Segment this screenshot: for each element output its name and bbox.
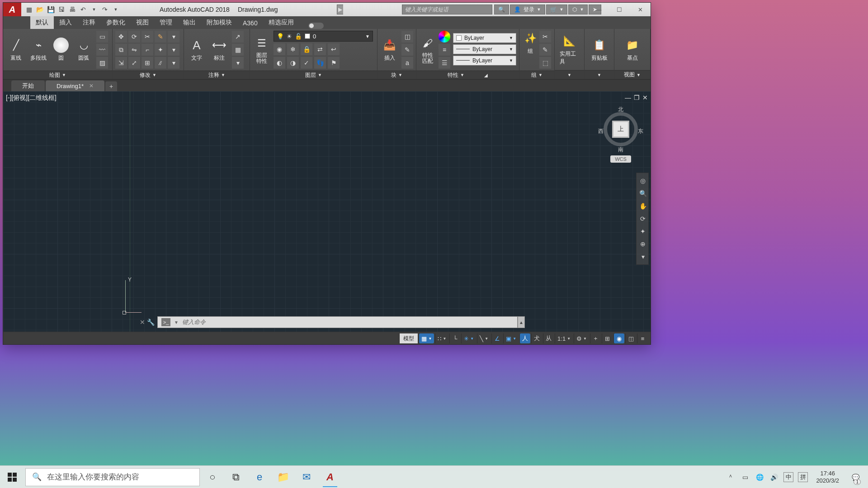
vc-east[interactable]: 东 (638, 127, 643, 135)
block-edit-button[interactable]: ✎ (401, 44, 413, 56)
print-icon[interactable]: 🖶 (67, 5, 77, 14)
text-button[interactable]: A文字 (187, 38, 207, 62)
panel-util-title[interactable]: ▼ (555, 70, 584, 79)
start-button[interactable] (0, 466, 24, 488)
annot-more[interactable]: ▾ (232, 57, 244, 69)
help-button[interactable]: ⬡ ▼ (568, 5, 588, 14)
sb-otrack-icon[interactable]: ▣▼ (503, 333, 519, 343)
dimension-button[interactable]: ⟷标注 (209, 38, 229, 62)
array-button[interactable]: ⊞ (142, 57, 153, 69)
new-icon[interactable]: ▦ (24, 5, 34, 14)
sb-quickprops-icon[interactable]: ⊞ (602, 333, 613, 343)
circle-button[interactable]: 圆 (51, 38, 71, 62)
vc-west[interactable]: 西 (598, 127, 604, 135)
scale-button[interactable]: ⤢ (128, 57, 140, 69)
tab-insert[interactable]: 插入 (54, 16, 77, 29)
taskbar-clock[interactable]: 17:46 2020/3/2 (812, 470, 843, 484)
taskbar-search[interactable]: 🔍 在这里输入你要搜索的内容 (25, 468, 200, 486)
wcs-badge[interactable]: WCS (610, 155, 631, 163)
more2-button[interactable]: ▾ (168, 44, 179, 56)
minimize-button[interactable]: — (588, 3, 609, 16)
group-button[interactable]: ✨组 (523, 31, 538, 69)
sb-iso-icon[interactable]: ╲▼ (477, 333, 491, 343)
group-select-button[interactable]: ⬚ (539, 57, 551, 69)
drawing-area[interactable]: [-][俯视][二维线框] — ❐ ✕ 北 西 东 上 南 WCS ◎ 🔍 ✋ … (3, 91, 651, 332)
sb-lwt-icon[interactable]: 人 (519, 333, 530, 343)
more3-button[interactable]: ▾ (168, 57, 179, 69)
vp-min-icon[interactable]: — (625, 94, 631, 101)
sign-in-button[interactable]: 👤 登录 ▼ (510, 5, 545, 14)
spline-button[interactable]: 〰 (96, 44, 108, 56)
sb-ortho-icon[interactable]: └ (449, 333, 460, 343)
vp-max-icon[interactable]: ❐ (634, 94, 640, 101)
redo-icon[interactable]: ↷ (100, 5, 110, 14)
undo-icon[interactable]: ↶ (78, 5, 88, 14)
sb-scale[interactable]: 1:1▼ (555, 333, 573, 343)
stretch-button[interactable]: ⇲ (115, 57, 127, 69)
layer-dropdown[interactable]: 💡 ☀ 🔓 0 ▼ (274, 31, 373, 42)
block-insert-button[interactable]: 📥插入 (380, 38, 399, 62)
save-icon[interactable]: 💾 (46, 5, 56, 14)
linetype-dropdown[interactable]: ByLayer▼ (453, 56, 516, 66)
tab-default[interactable]: 默认 (30, 16, 54, 29)
tab-view[interactable]: 视图 (131, 16, 154, 29)
mirror-button[interactable]: ⇋ (128, 44, 140, 56)
arc-button[interactable]: ◡圆弧 (74, 38, 94, 62)
layer-off-button[interactable]: ◉ (274, 43, 285, 55)
block-create-button[interactable]: ◫ (401, 31, 413, 42)
rect-button[interactable]: ▭ (96, 31, 108, 42)
viewport-label[interactable]: [-][俯视][二维线框] (6, 94, 57, 102)
nav-zoom-icon[interactable]: 🔍 (638, 188, 648, 198)
volume-icon[interactable]: 🔊 (769, 474, 779, 481)
polyline-button[interactable]: ⌁多段线 (28, 38, 48, 62)
group-edit-button[interactable]: ✎ (539, 44, 551, 56)
sb-gear-icon[interactable]: ⚙▼ (574, 333, 589, 343)
doctab-add[interactable]: + (105, 81, 117, 91)
fillet-button[interactable]: ⌐ (142, 44, 153, 56)
tray-chevron-icon[interactable]: ＾ (726, 473, 736, 481)
close-button[interactable]: ✕ (630, 3, 651, 16)
layer-state-button[interactable]: ⚑ (328, 57, 340, 69)
infocenter-search-button[interactable]: 🔍 (494, 5, 509, 14)
match-props-button[interactable]: 🖌特性 匹配 (419, 36, 436, 64)
measure-button[interactable]: 📐实用工具 (560, 33, 580, 66)
command-input[interactable]: >_ ▼ 键入命令 (157, 316, 518, 328)
layer-make-button[interactable]: ✓ (301, 57, 312, 69)
ungroup-button[interactable]: ✂ (539, 31, 551, 42)
sb-plus-icon[interactable]: ＋ (590, 333, 601, 343)
ribbon-toggle[interactable] (308, 23, 324, 29)
nav-steer-icon[interactable]: ⊕ (638, 239, 648, 249)
tab-annotate[interactable]: 注释 (77, 16, 101, 29)
layer-props-button[interactable]: ☰图层 特性 (253, 36, 271, 64)
nav-showmotion-icon[interactable]: ✦ (638, 226, 648, 236)
layer-match-button[interactable]: ⇄ (314, 43, 326, 55)
nav-more-icon[interactable]: ▾ (638, 252, 648, 262)
tab-parametric[interactable]: 参数化 (101, 16, 131, 29)
open-icon[interactable]: 📂 (35, 5, 45, 14)
redo-dd-icon[interactable]: ▼ (111, 5, 121, 14)
battery-icon[interactable]: ▭ (740, 474, 750, 481)
network-icon[interactable]: 🌐 (755, 474, 764, 481)
vc-north[interactable]: 北 (600, 106, 642, 113)
panel-annot-title[interactable]: 注释▼ (184, 70, 250, 79)
mail-icon[interactable]: ✉ (295, 466, 318, 488)
tab-manage[interactable]: 管理 (154, 16, 178, 29)
offset-button[interactable]: ⫽ (155, 57, 166, 69)
layer-uniso-button[interactable]: ◑ (287, 57, 299, 69)
sb-menu-icon[interactable]: ≡ (637, 333, 648, 343)
lineweight-button[interactable]: ≡ (439, 44, 450, 56)
sb-grid-icon[interactable]: ▦▼ (419, 333, 434, 343)
viewcube[interactable]: 北 西 东 上 南 WCS (600, 106, 642, 163)
vc-ring[interactable]: 上 (604, 112, 638, 146)
basepoint-button[interactable]: 📁基点 (623, 38, 642, 62)
cmd-dd-icon[interactable]: ▼ (174, 320, 179, 325)
cmd-expand-icon[interactable]: ▲ (518, 316, 525, 328)
app-logo[interactable]: A (3, 3, 21, 16)
vp-close-icon[interactable]: ✕ (642, 94, 648, 101)
sb-trans-icon[interactable]: 犬 (531, 333, 542, 343)
layer-walk-button[interactable]: 👣 (314, 57, 326, 69)
nav-pan-icon[interactable]: ✋ (638, 201, 648, 211)
hatch-button[interactable]: ▨ (96, 57, 108, 69)
doctab-drawing1[interactable]: Drawing1*✕ (46, 80, 104, 91)
move-button[interactable]: ✥ (115, 31, 127, 42)
